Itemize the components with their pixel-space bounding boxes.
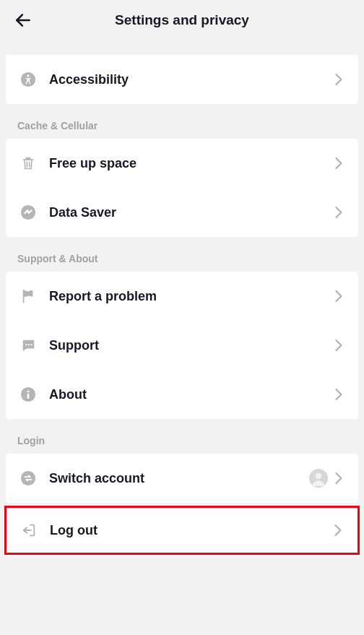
avatar-icon: [309, 469, 328, 488]
row-label: Switch account: [49, 471, 309, 486]
accessibility-icon: [19, 70, 38, 89]
chevron-right-icon: [332, 290, 345, 303]
chevron-right-icon: [332, 206, 345, 219]
svg-point-6: [25, 344, 27, 345]
arrow-left-icon: [14, 11, 32, 30]
svg-point-14: [316, 472, 322, 479]
section-login: Switch account: [6, 454, 358, 503]
section-header-cache: Cache & Cellular: [0, 104, 364, 139]
row-accessibility[interactable]: Accessibility: [6, 55, 358, 104]
row-free-up-space[interactable]: Free up space: [6, 139, 358, 188]
row-label: Support: [49, 338, 332, 353]
row-support[interactable]: Support: [6, 321, 358, 370]
row-label: Report a problem: [49, 289, 332, 304]
svg-point-8: [30, 344, 32, 345]
row-label: Data Saver: [49, 205, 332, 220]
row-label: About: [49, 387, 332, 402]
flag-icon: [19, 287, 38, 306]
row-about[interactable]: About: [6, 370, 358, 419]
section-cache: Free up space Data Saver: [6, 139, 358, 237]
svg-point-12: [21, 471, 35, 485]
row-label: Log out: [50, 523, 332, 538]
section-header-support: Support & About: [0, 237, 364, 272]
row-log-out[interactable]: Log out: [6, 508, 358, 553]
row-switch-account[interactable]: Switch account: [6, 454, 358, 503]
svg-rect-11: [27, 394, 30, 399]
chevron-right-icon: [332, 339, 345, 352]
back-button[interactable]: [12, 9, 35, 32]
section-header-login: Login: [0, 419, 364, 454]
data-saver-icon: [19, 203, 38, 222]
section-support: Report a problem Support About: [6, 272, 358, 419]
logout-icon: [20, 521, 38, 540]
svg-point-7: [28, 344, 30, 345]
section-logout-highlighted: Log out: [4, 506, 360, 555]
switch-account-icon: [19, 469, 38, 488]
info-icon: [19, 385, 38, 404]
chevron-right-icon: [332, 524, 344, 537]
svg-point-10: [27, 390, 30, 392]
svg-point-2: [27, 74, 29, 77]
chat-icon: [19, 336, 38, 355]
page-title: Settings and privacy: [115, 12, 249, 28]
chevron-right-icon: [332, 157, 345, 170]
row-report-problem[interactable]: Report a problem: [6, 272, 358, 321]
chevron-right-icon: [332, 388, 345, 401]
chevron-right-icon: [332, 73, 345, 86]
section-top: Accessibility: [6, 55, 358, 104]
trash-icon: [19, 154, 38, 173]
row-label: Accessibility: [49, 72, 332, 87]
row-label: Free up space: [49, 156, 332, 171]
chevron-right-icon: [332, 472, 345, 485]
row-data-saver[interactable]: Data Saver: [6, 188, 358, 237]
header: Settings and privacy: [0, 0, 364, 40]
